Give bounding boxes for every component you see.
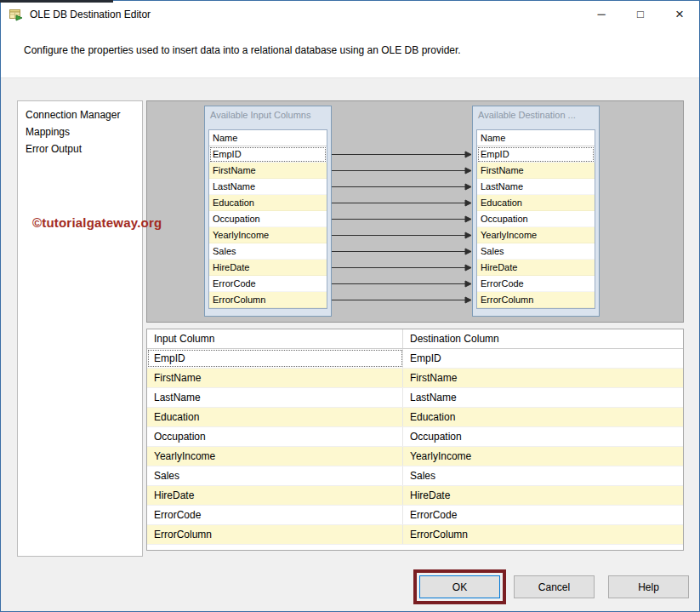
input-list-name-header: Name <box>209 130 327 146</box>
minimize-icon: ─ <box>597 8 605 20</box>
mapping-grid-header: Input Column Destination Column <box>147 329 683 349</box>
destination-column-row[interactable]: Sales <box>477 243 595 260</box>
destination-columns-list: Name EmpID FirstName LastName Education … <box>476 129 595 309</box>
pages-sidebar: Connection Manager Mappings Error Output <box>17 100 143 557</box>
grid-header-destination-column: Destination Column <box>403 329 683 348</box>
destination-column-row[interactable]: EmpID <box>477 146 595 163</box>
grid-destination-cell[interactable]: ErrorColumn <box>403 525 683 544</box>
mapping-grid-row: ErrorCode ErrorCode <box>147 506 683 525</box>
input-column-row[interactable]: Sales <box>209 243 327 260</box>
mapping-grid-row: HireDate HireDate <box>147 486 683 506</box>
mapping-grid-row: EmpID EmpID <box>147 349 683 369</box>
input-column-row[interactable]: LastName <box>209 179 327 195</box>
destination-column-row[interactable]: YearlyIncome <box>477 227 595 243</box>
grid-input-cell[interactable]: YearlyIncome <box>147 447 403 466</box>
destination-column-row[interactable]: Education <box>477 195 595 211</box>
grid-destination-cell[interactable]: Occupation <box>403 427 683 446</box>
grid-destination-cell[interactable]: ErrorCode <box>403 506 683 524</box>
destination-column-row[interactable]: ErrorCode <box>477 276 595 292</box>
mapping-grid-row: YearlyIncome YearlyIncome <box>147 447 683 466</box>
input-column-row[interactable]: YearlyIncome <box>209 227 327 243</box>
grid-input-cell[interactable]: Sales <box>147 466 403 485</box>
grid-destination-cell[interactable]: LastName <box>403 388 683 407</box>
grid-destination-cell[interactable]: YearlyIncome <box>403 447 683 466</box>
input-column-row[interactable]: ErrorCode <box>209 276 327 292</box>
grid-destination-cell[interactable]: FirstName <box>403 369 683 387</box>
mapping-grid-row: LastName LastName <box>147 388 683 408</box>
input-column-row[interactable]: ErrorColumn <box>209 292 327 308</box>
ok-button-highlight-box: OK <box>413 569 506 604</box>
window-controls: ─ □ × <box>582 1 699 27</box>
minimize-button[interactable]: ─ <box>582 1 621 27</box>
grid-input-cell[interactable]: Occupation <box>147 427 403 446</box>
destination-box-title: Available Destination ... <box>473 106 599 123</box>
titlebar[interactable]: OLE DB Destination Editor ─ □ × <box>1 1 699 27</box>
grid-input-cell[interactable]: HireDate <box>147 486 403 505</box>
input-column-row[interactable]: FirstName <box>209 163 327 179</box>
available-input-columns-box[interactable]: Available Input Columns Name EmpID First… <box>204 106 332 317</box>
input-box-title: Available Input Columns <box>205 106 331 123</box>
maximize-icon: □ <box>637 8 644 20</box>
grid-input-cell[interactable]: LastName <box>147 388 403 407</box>
window-title: OLE DB Destination Editor <box>30 9 151 20</box>
input-column-row[interactable]: Education <box>209 195 327 211</box>
description-banner: Configure the properties used to insert … <box>1 27 699 78</box>
sidebar-item-connection-manager[interactable]: Connection Manager <box>18 106 142 123</box>
available-destination-columns-box[interactable]: Available Destination ... Name EmpID Fir… <box>472 106 600 317</box>
maximize-button[interactable]: □ <box>621 1 660 27</box>
mapping-grid-row: Sales Sales <box>147 466 683 486</box>
grid-destination-cell[interactable]: HireDate <box>403 486 683 505</box>
grid-destination-cell[interactable]: Education <box>403 408 683 426</box>
close-icon: × <box>675 6 684 23</box>
grid-destination-cell[interactable]: EmpID <box>403 349 683 368</box>
background-window-sliver <box>0 0 113 3</box>
ok-button[interactable]: OK <box>419 575 500 598</box>
destination-column-row[interactable]: HireDate <box>477 260 595 276</box>
input-column-row[interactable]: EmpID <box>209 146 327 163</box>
mapping-grid-row: Occupation Occupation <box>147 427 683 447</box>
sidebar-item-mappings[interactable]: Mappings <box>18 123 142 140</box>
grid-destination-cell[interactable]: Sales <box>403 466 683 485</box>
mapping-grid-row: ErrorColumn ErrorColumn <box>147 525 683 545</box>
cancel-button[interactable]: Cancel <box>514 575 595 598</box>
help-button[interactable]: Help <box>608 575 689 598</box>
watermark-text: ©tutorialgateway.org <box>32 215 162 230</box>
mapping-grid-row: FirstName FirstName <box>147 369 683 388</box>
input-columns-list: Name EmpID FirstName LastName Education … <box>208 129 327 309</box>
input-column-row[interactable]: Occupation <box>209 211 327 227</box>
destination-list-name-header: Name <box>477 130 595 146</box>
destination-column-row[interactable]: FirstName <box>477 163 595 179</box>
grid-input-cell[interactable]: Education <box>147 408 403 426</box>
destination-column-row[interactable]: Occupation <box>477 211 595 227</box>
mapping-grid-row: Education Education <box>147 408 683 427</box>
mapping-grid: Input Column Destination Column EmpID Em… <box>146 329 684 551</box>
dialog-description: Configure the properties used to insert … <box>24 44 461 56</box>
app-icon <box>9 8 23 21</box>
grid-input-cell[interactable]: FirstName <box>147 369 403 387</box>
grid-input-cell[interactable]: ErrorColumn <box>147 525 403 544</box>
grid-input-cell[interactable]: EmpID <box>147 349 403 368</box>
ole-db-destination-editor-window: OLE DB Destination Editor ─ □ × Configur… <box>0 0 700 612</box>
sidebar-item-error-output[interactable]: Error Output <box>18 140 142 157</box>
input-column-row[interactable]: HireDate <box>209 260 327 276</box>
mapping-connector-arrows[interactable] <box>332 101 472 323</box>
destination-column-row[interactable]: ErrorColumn <box>477 292 595 308</box>
grid-header-input-column: Input Column <box>147 329 403 348</box>
destination-column-row[interactable]: LastName <box>477 179 595 195</box>
grid-input-cell[interactable]: ErrorCode <box>147 506 403 524</box>
close-button[interactable]: × <box>660 1 699 27</box>
mapping-panel: Available Input Columns Name EmpID First… <box>146 100 684 323</box>
